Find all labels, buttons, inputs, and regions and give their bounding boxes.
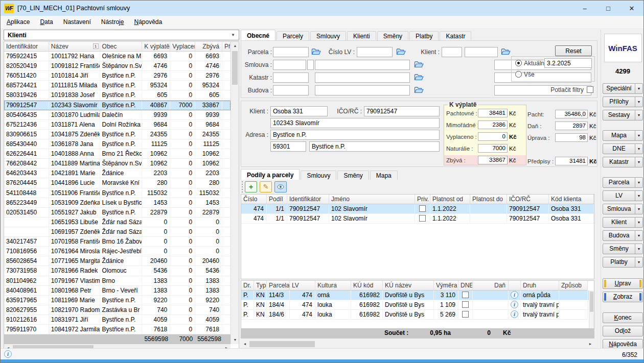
column-header-parcela[interactable]: Parcela: [267, 281, 290, 291]
column-header-podil[interactable]: Podíl: [267, 195, 287, 204]
budova-folder-icon[interactable]: [413, 86, 424, 94]
sidebar-button-specialni[interactable]: Speciální▼: [603, 83, 643, 94]
main-horizontal-scrollbar[interactable]: ◄ ►: [241, 340, 594, 348]
column-header-platnost-od[interactable]: Platnost od: [430, 195, 470, 204]
column-header-cislo-lv[interactable]: Číslo LV: [241, 195, 267, 204]
row-checkbox[interactable]: [462, 292, 469, 298]
client-row[interactable]: 10651953 LibušeŽďár nad Sáza000: [4, 217, 231, 227]
klient-code-field[interactable]: [270, 106, 328, 116]
column-header-ico-rc[interactable]: IČO/RČ: [507, 195, 549, 204]
sidebar-button-konec[interactable]: Konec: [603, 312, 643, 323]
column-header-priv[interactable]: Priv.: [415, 195, 430, 204]
subtab-mapa[interactable]: Mapa: [370, 171, 398, 180]
smlouva-input[interactable]: [273, 60, 306, 70]
column-header-vyplaceno[interactable]: Vyplaceno: [170, 42, 195, 52]
column-header-dr[interactable]: Dr.: [241, 281, 254, 291]
close-button[interactable]: ✕: [620, 1, 643, 16]
column-header-identifikator[interactable]: Identifikátor: [287, 195, 329, 204]
sidebar-button-parcela[interactable]: Parcela▼: [603, 177, 643, 188]
klient-code-input[interactable]: [442, 47, 462, 57]
client-row[interactable]: 67521243610311871 AlenaDolní Rožínka9684…: [4, 120, 231, 130]
row-checkbox[interactable]: [462, 311, 469, 318]
parcela-input[interactable]: [273, 47, 309, 57]
view-selector-combobox[interactable]: Klienti ▼: [4, 30, 239, 40]
column-header-druh-pozemku[interactable]: Druh pozemku: [521, 281, 559, 291]
info-icon[interactable]: i: [511, 291, 518, 299]
budova-input[interactable]: [273, 85, 309, 95]
payout-value[interactable]: 0: [478, 132, 508, 141]
column-header-pre[interactable]: Pře: [222, 42, 231, 52]
sidebar-button-katastr[interactable]: Katastr▼: [603, 157, 643, 167]
client-row[interactable]: 80540643510301870 LudmilaDalečín99390993…: [4, 110, 231, 120]
payout-value[interactable]: 38481: [478, 109, 508, 117]
client-row[interactable]: 80110496210791967 VlastimilBrno138301383: [4, 276, 231, 286]
sidebar-button-lv[interactable]: LV▼: [603, 190, 643, 201]
smlouva-name-input[interactable]: [315, 60, 410, 70]
sidebar-button-zobraz[interactable]: Zobraz: [603, 292, 643, 302]
column-header-zbyva[interactable]: Zbývá: [195, 42, 222, 52]
tab-smlouvy[interactable]: Smlouvy: [310, 31, 346, 40]
client-row[interactable]: 82052041910091812 FrantišekŠtěpánov n.Sv…: [4, 61, 231, 71]
menu-item-data[interactable]: Data: [35, 16, 58, 28]
sidebar-button-mapa[interactable]: Mapa▼: [603, 130, 643, 141]
tab-obecne[interactable]: Obecné: [241, 30, 275, 40]
city-field[interactable]: [309, 141, 440, 152]
share-row[interactable]: 4741/1790912547102 Slavomír1.1.202279091…: [241, 214, 594, 224]
charge-value[interactable]: 31481: [555, 157, 588, 165]
column-header-zpusob-vyuziti[interactable]: Způsob využití: [559, 281, 588, 291]
client-row[interactable]: 76620844210411889 MartinaŠtěpánov n.Sv10…: [4, 159, 231, 168]
client-row[interactable]: 82062795510821970 RadomírZastávka u Br74…: [4, 305, 231, 315]
katastr-name-input[interactable]: [315, 72, 410, 83]
column-header-kultura[interactable]: Kultura: [315, 281, 351, 291]
klient-folder-icon[interactable]: [500, 48, 511, 56]
sidebar-button-dne[interactable]: DNE▼: [603, 143, 643, 154]
vse-radio[interactable]: [515, 71, 522, 78]
client-row[interactable]: 84040896110801968 PetrBrno - Veveří13830…: [4, 286, 231, 296]
client-row[interactable]: 73073195810781966 RadekOlomouc543605436: [4, 266, 231, 276]
scroll-down-icon[interactable]: ▼: [231, 336, 239, 344]
tab-smeny[interactable]: Směny: [377, 31, 408, 40]
info-icon[interactable]: i: [511, 310, 518, 318]
client-row[interactable]: 68572442110111815 MiladaBystřice n.P.953…: [4, 81, 231, 90]
column-header-icon[interactable]: [509, 281, 521, 291]
menu-item-nastaveni[interactable]: Nastavení: [58, 16, 96, 28]
zip-field[interactable]: [270, 141, 306, 152]
client-row[interactable]: 79591197010841972 JarmilaBystřice n.P.76…: [4, 325, 231, 334]
tab-parcely[interactable]: Parcely: [277, 31, 309, 40]
client-row[interactable]: 62622644110401888 AnnaBrno 21 Řečkc10962…: [4, 149, 231, 159]
katastr-input[interactable]: [273, 72, 309, 83]
katastr-folder-icon[interactable]: [413, 74, 424, 82]
client-row[interactable]: 63591796510811969 MarieBystřice n.P.9220…: [4, 296, 231, 305]
scrollbar-thumb[interactable]: [590, 292, 593, 312]
column-header-vymera[interactable]: Výměra: [434, 281, 458, 291]
reset-button[interactable]: Reset: [555, 45, 592, 56]
column-header-ku-kod[interactable]: KÚ kód: [351, 281, 383, 291]
column-header-jmeno[interactable]: Jméno: [329, 195, 415, 204]
row-checkbox[interactable]: [462, 301, 469, 308]
scroll-left-icon[interactable]: ◄: [241, 340, 249, 348]
sidebar-button-smlouva[interactable]: Smlouva▼: [603, 204, 643, 214]
tab-platby[interactable]: Platby: [409, 31, 439, 40]
client-row[interactable]: 790912547102343 SlavomírBystřice n.P.408…: [4, 101, 231, 110]
sidebar-button-odloz[interactable]: Odlož: [603, 326, 643, 336]
budova-name-input[interactable]: [315, 85, 410, 95]
share-row[interactable]: 4741/1790912547102 Slavomír1.1.202279091…: [241, 204, 594, 214]
client-row[interactable]: 10691957 ZdeněkŽďár nad Sáza000: [4, 227, 231, 237]
client-row[interactable]: 54110844810511906 FrantišekBystřice n.P.…: [4, 188, 231, 198]
tab-katastr[interactable]: Katastr: [440, 31, 471, 40]
column-header-dne[interactable]: DNE: [458, 281, 473, 291]
charge-value[interactable]: 2897: [555, 122, 588, 130]
info-icon[interactable]: i: [511, 301, 518, 308]
payout-value[interactable]: 2386: [478, 120, 508, 129]
row-checkbox[interactable]: [419, 215, 426, 222]
column-header-k-vyplate[interactable]: K výplatě: [142, 42, 170, 52]
client-row[interactable]: 34021745710701958 FrantišekBrno 16 Žabov…: [4, 237, 231, 247]
smlouva-folder-icon[interactable]: [413, 61, 424, 69]
aktualni-k-radio[interactable]: [515, 60, 522, 66]
parcel-row[interactable]: P.KN184/6474louka616982Dvořiště u Bys5 2…: [241, 310, 594, 320]
minimize-button[interactable]: –: [573, 1, 596, 16]
smlouva-suffix-input[interactable]: [307, 60, 314, 70]
client-row[interactable]: 58031942610191838 JosefBystřice n.P.6050…: [4, 90, 231, 100]
sidebar-button-smeny[interactable]: Směny▼: [603, 244, 643, 254]
parcels-vertical-scrollbar[interactable]: [589, 291, 594, 328]
